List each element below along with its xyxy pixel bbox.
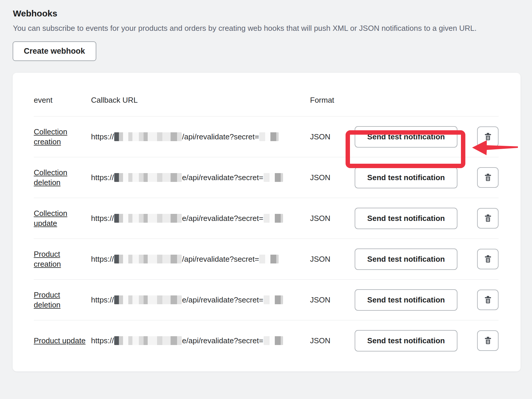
format-value: JSON — [310, 173, 355, 182]
table-row: Product update https://e/api/revalidate?… — [34, 320, 499, 361]
delete-webhook-button[interactable] — [477, 126, 499, 147]
format-value: JSON — [310, 336, 355, 345]
callback-url-cell: https://e/api/revalidate?secret= — [91, 173, 310, 182]
redacted-url-host — [114, 214, 182, 223]
column-header-callback-url: Callback URL — [91, 96, 310, 105]
url-path: e/api/revalidate?secret= — [182, 173, 263, 182]
webhooks-settings-page: Webhooks You can subscribe to events for… — [0, 0, 532, 399]
url-prefix: https:// — [91, 132, 114, 141]
send-test-notification-button[interactable]: Send test notification — [355, 330, 457, 351]
redacted-url-host — [114, 132, 182, 141]
format-value: JSON — [310, 295, 355, 305]
url-prefix: https:// — [91, 214, 114, 223]
table-header-row: event Callback URL Format — [34, 84, 499, 116]
redacted-url-secret — [259, 255, 279, 263]
delete-webhook-button[interactable] — [477, 208, 499, 229]
trash-icon — [483, 214, 493, 223]
url-path: e/api/revalidate?secret= — [182, 214, 263, 223]
send-test-notification-button[interactable]: Send test notification — [355, 248, 457, 270]
callback-url-cell: https://e/api/revalidate?secret= — [91, 336, 310, 345]
column-header-event: event — [34, 96, 91, 105]
redacted-url-secret — [259, 132, 279, 141]
table-row: Product deletion https://e/api/revalidat… — [34, 279, 499, 320]
url-path: /api/revalidate?secret= — [182, 255, 259, 264]
url-prefix: https:// — [91, 295, 114, 305]
table-row: Collection update https://e/api/revalida… — [34, 198, 499, 239]
create-webhook-button[interactable]: Create webhook — [13, 41, 96, 61]
webhooks-table-body: Collection creation https:///api/revalid… — [34, 116, 521, 361]
send-test-notification-button[interactable]: Send test notification — [355, 167, 457, 188]
redacted-url-secret — [264, 173, 283, 182]
format-value: JSON — [310, 255, 355, 264]
trash-icon — [483, 132, 493, 141]
format-value: JSON — [310, 214, 355, 223]
callback-url-cell: https://e/api/revalidate?secret= — [91, 295, 310, 305]
url-prefix: https:// — [91, 255, 114, 264]
redacted-url-secret — [264, 295, 283, 304]
url-prefix: https:// — [91, 173, 114, 182]
callback-url-cell: https://e/api/revalidate?secret= — [91, 214, 310, 223]
event-link[interactable]: Collection update — [34, 208, 87, 228]
column-header-format: Format — [310, 96, 355, 105]
redacted-url-host — [114, 173, 182, 182]
event-link[interactable]: Product update — [34, 336, 85, 346]
url-path: e/api/revalidate?secret= — [182, 336, 263, 345]
send-test-notification-button[interactable]: Send test notification — [355, 289, 457, 311]
trash-icon — [483, 295, 493, 305]
send-test-notification-button[interactable]: Send test notification — [355, 208, 457, 229]
delete-webhook-button[interactable] — [477, 330, 499, 351]
redacted-url-host — [114, 336, 182, 345]
table-row: Collection creation https:///api/revalid… — [34, 116, 499, 157]
redacted-url-secret — [264, 336, 283, 345]
event-link[interactable]: Collection deletion — [34, 168, 87, 187]
redacted-url-host — [114, 295, 182, 304]
url-prefix: https:// — [91, 336, 114, 345]
trash-icon — [483, 173, 493, 182]
send-test-notification-button[interactable]: Send test notification — [355, 126, 457, 148]
redacted-url-host — [114, 255, 182, 263]
callback-url-cell: https:///api/revalidate?secret= — [91, 255, 310, 264]
delete-webhook-button[interactable] — [477, 290, 499, 310]
webhooks-card: event Callback URL Format Collection cre… — [13, 73, 521, 371]
delete-webhook-button[interactable] — [477, 167, 499, 188]
event-link[interactable]: Product deletion — [34, 290, 87, 310]
trash-icon — [483, 254, 493, 264]
format-value: JSON — [310, 132, 355, 141]
table-row: Product creation https:///api/revalidate… — [34, 239, 499, 279]
event-link[interactable]: Collection creation — [34, 127, 87, 147]
callback-url-cell: https:///api/revalidate?secret= — [91, 132, 310, 141]
table-row: Collection deletion https://e/api/revali… — [34, 157, 499, 198]
event-link[interactable]: Product creation — [34, 249, 87, 269]
page-title: Webhooks — [13, 8, 532, 19]
url-path: e/api/revalidate?secret= — [182, 295, 263, 305]
url-path: /api/revalidate?secret= — [182, 132, 259, 141]
trash-icon — [483, 336, 493, 345]
redacted-url-secret — [264, 214, 283, 223]
delete-webhook-button[interactable] — [477, 249, 499, 269]
page-description: You can subscribe to events for your pro… — [13, 23, 487, 34]
